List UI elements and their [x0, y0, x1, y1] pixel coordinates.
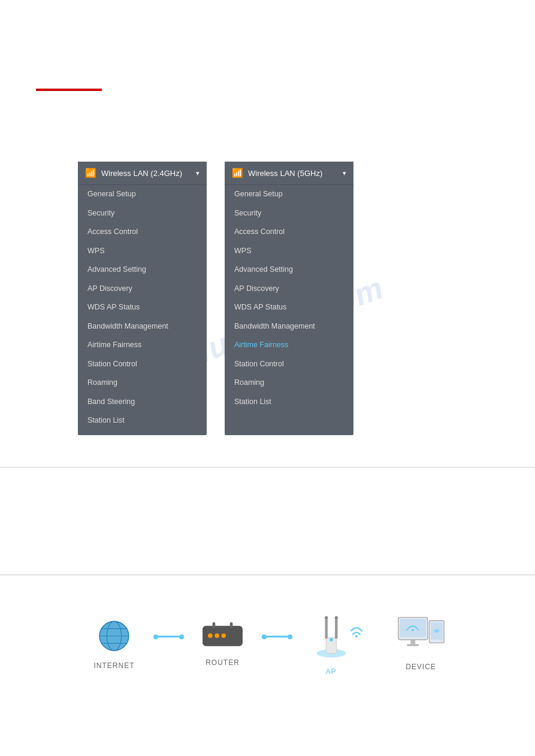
menu-24ghz-item-bandwidth-management[interactable]: Bandwidth Management [78, 317, 207, 336]
device-icon [397, 616, 445, 657]
diagram-items: INTERNET ROUTER [78, 611, 457, 676]
menu-5ghz: 📶 Wireless LAN (5GHz) ▾ General Setup Se… [225, 162, 353, 435]
diagram-item-internet: INTERNET [78, 617, 150, 670]
menu-5ghz-title: Wireless LAN (5GHz) [248, 169, 322, 178]
diagram-label-device: DEVICE [406, 663, 436, 671]
menu-24ghz-item-station-control[interactable]: Station Control [78, 355, 207, 374]
menu-24ghz: 📶 Wireless LAN (2.4GHz) ▾ General Setup … [78, 162, 207, 435]
wifi-icon-24ghz: 📶 [85, 168, 96, 178]
menu-24ghz-item-wds-ap-status[interactable]: WDS AP Status [78, 298, 207, 317]
svg-point-19 [330, 638, 333, 641]
diagram-item-router: ROUTER [187, 620, 259, 667]
menu-24ghz-item-band-steering[interactable]: Band Steering [78, 393, 207, 412]
chevron-down-icon-5ghz: ▾ [343, 169, 346, 177]
svg-rect-11 [213, 623, 216, 628]
svg-point-28 [436, 631, 437, 633]
connector-router-ap [262, 634, 292, 639]
svg-point-20 [355, 635, 358, 637]
menu-24ghz-item-access-control[interactable]: Access Control [78, 223, 207, 242]
menu-5ghz-item-roaming[interactable]: Roaming [225, 374, 353, 393]
svg-rect-22 [400, 619, 426, 637]
menu-5ghz-item-station-control[interactable]: Station Control [225, 355, 353, 374]
menu-5ghz-item-security[interactable]: Security [225, 204, 353, 223]
menu-5ghz-item-general-setup[interactable]: General Setup [225, 185, 353, 204]
menu-24ghz-item-roaming[interactable]: Roaming [78, 374, 207, 393]
svg-rect-15 [325, 618, 327, 639]
wifi-icon-5ghz: 📶 [232, 168, 243, 178]
svg-point-17 [325, 616, 328, 619]
svg-rect-25 [407, 643, 419, 646]
svg-point-10 [222, 633, 226, 638]
svg-rect-12 [230, 623, 233, 628]
menu-24ghz-item-station-list[interactable]: Station List [78, 411, 207, 430]
svg-point-23 [412, 629, 414, 631]
menu-5ghz-item-access-control[interactable]: Access Control [225, 223, 353, 242]
menu-24ghz-item-security[interactable]: Security [78, 204, 207, 223]
diagram-section: INTERNET ROUTER [0, 587, 535, 700]
diagram-label-internet: INTERNET [94, 661, 135, 670]
menu-5ghz-item-wps[interactable]: WPS [225, 242, 353, 261]
chevron-down-icon-24ghz: ▾ [196, 169, 200, 177]
menu-24ghz-title: Wireless LAN (2.4GHz) [101, 169, 182, 178]
svg-rect-16 [335, 618, 337, 639]
connector-internet-router [153, 634, 184, 639]
divider-bottom [0, 575, 535, 575]
ap-signal-icon [350, 620, 363, 637]
diagram-label-router: ROUTER [205, 658, 240, 667]
menu-5ghz-item-advanced-setting[interactable]: Advanced Setting [225, 260, 353, 280]
diagram-item-device: DEVICE [385, 616, 457, 671]
diagram-item-ap: AP [295, 611, 367, 676]
menu-5ghz-item-bandwidth-management[interactable]: Bandwidth Management [225, 317, 353, 336]
svg-point-18 [334, 616, 337, 619]
svg-point-8 [208, 633, 213, 638]
ap-wrapper [310, 611, 352, 661]
menu-5ghz-item-station-list[interactable]: Station List [225, 393, 353, 412]
svg-point-9 [214, 633, 219, 638]
router-icon [200, 620, 245, 652]
menu-5ghz-item-wds-ap-status[interactable]: WDS AP Status [225, 298, 353, 317]
svg-rect-24 [410, 639, 415, 643]
menus-section: 📶 Wireless LAN (2.4GHz) ▾ General Setup … [78, 162, 353, 435]
menu-24ghz-item-airtime-fairness[interactable]: Airtime Fairness [78, 336, 207, 355]
menu-24ghz-header[interactable]: 📶 Wireless LAN (2.4GHz) ▾ [78, 162, 207, 185]
diagram-label-ap: AP [325, 667, 336, 676]
divider-top [0, 467, 535, 467]
globe-icon [95, 617, 134, 655]
menu-24ghz-item-general-setup[interactable]: General Setup [78, 185, 207, 204]
menu-24ghz-item-advanced-setting[interactable]: Advanced Setting [78, 260, 207, 280]
menu-5ghz-item-ap-discovery[interactable]: AP Discovery [225, 280, 353, 299]
menu-5ghz-item-airtime-fairness[interactable]: Airtime Fairness [225, 336, 353, 355]
top-accent-line [36, 89, 102, 91]
menu-24ghz-item-wps[interactable]: WPS [78, 242, 207, 261]
menu-5ghz-header[interactable]: 📶 Wireless LAN (5GHz) ▾ [225, 162, 353, 185]
menu-24ghz-item-ap-discovery[interactable]: AP Discovery [78, 280, 207, 299]
ap-icon [310, 611, 352, 661]
